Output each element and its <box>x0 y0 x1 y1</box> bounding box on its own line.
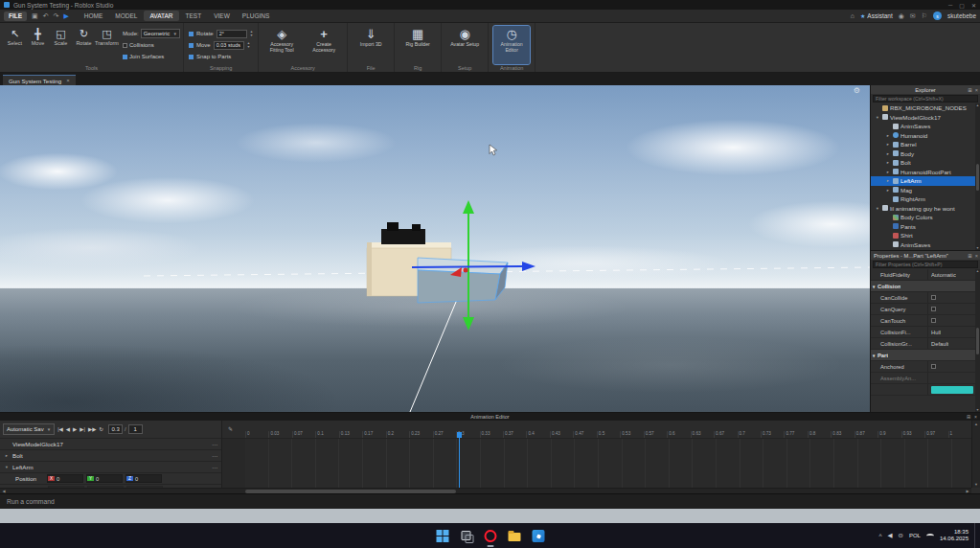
track-row-rig[interactable]: ViewModelGlock17 ⋯ <box>0 439 221 450</box>
menu-tab[interactable]: HOME <box>79 11 109 21</box>
redo-icon[interactable]: ↷ <box>54 12 59 19</box>
menu-tab[interactable]: VIEW <box>208 11 236 21</box>
keyframe-area[interactable] <box>245 439 971 488</box>
explorer-tree-item[interactable]: Humanoid <box>871 131 980 141</box>
tool-button[interactable]: Transform <box>97 26 117 46</box>
close-icon[interactable]: × <box>975 87 978 93</box>
tool-button[interactable]: Move <box>28 26 48 46</box>
position-y-input[interactable]: Y 0 <box>86 474 123 483</box>
properties-filter-input[interactable]: Filter Properties (Ctrl+Shift+P) <box>873 261 978 268</box>
create-accessory-button[interactable]: Create Accessory <box>306 26 342 64</box>
maximize-button[interactable]: ▢ <box>959 2 965 9</box>
loop-button[interactable]: ↻ <box>99 426 103 432</box>
close-button[interactable]: ✕ <box>971 2 976 9</box>
scroll-down-icon[interactable]: ▼ <box>976 246 979 250</box>
close-icon[interactable]: × <box>975 253 978 259</box>
mode-dropdown[interactable]: Geometric▼ <box>141 29 180 38</box>
tool-button[interactable]: Select <box>5 26 25 46</box>
time-current-input[interactable]: 0.3 <box>108 424 123 434</box>
property-row[interactable]: AssemblyAn... <box>871 373 980 384</box>
explorer-tree-item[interactable]: HumanoidRootPart <box>871 168 980 177</box>
timeline-playhead[interactable] <box>459 432 460 488</box>
explorer-tree-item[interactable]: RightArm <box>871 194 980 204</box>
menu-tab[interactable]: AVATAR <box>144 11 178 21</box>
property-row[interactable]: CanTouch <box>871 315 980 327</box>
menu-tab[interactable]: TEST <box>180 11 208 21</box>
scroll-down-icon[interactable]: ▼ <box>974 482 978 487</box>
move-snap-input[interactable]: 0.03 studs <box>214 41 244 50</box>
home-icon[interactable]: ⌂ <box>851 12 855 19</box>
expand-arrow-icon[interactable] <box>885 151 891 156</box>
file-menu-button[interactable]: FILE <box>4 11 27 21</box>
skip-to-end-button[interactable]: ▶▶ <box>88 426 96 432</box>
explorer-tree-item[interactable]: LeftArm <box>871 176 980 186</box>
hidden-icons-chevron-icon[interactable]: ^ <box>878 533 881 539</box>
property-row[interactable]: FluidFidelity Automatic <box>871 269 980 281</box>
rotate-snap-stepper[interactable]: ▲▼ <box>250 30 253 37</box>
expand-arrow-icon[interactable] <box>885 170 891 174</box>
expand-arrow-icon[interactable] <box>885 133 891 138</box>
expand-arrow-icon[interactable] <box>875 206 880 211</box>
tool-button[interactable]: Rotate <box>74 26 94 46</box>
task-view-button[interactable] <box>459 529 473 543</box>
edit-pencil-icon[interactable]: ✎ <box>228 425 233 432</box>
explorer-tree-item[interactable]: Barrel <box>871 140 980 149</box>
track-row-leftarm[interactable]: LeftArm ⋯ <box>0 462 221 473</box>
explorer-tree-item[interactable]: Mag <box>871 186 980 195</box>
color-swatch[interactable] <box>931 386 973 394</box>
explorer-tree-item[interactable]: lil animating guy he wont <box>871 204 980 214</box>
snap-to-parts-checkbox[interactable] <box>189 55 194 59</box>
timeline-ruler[interactable]: 00.030.070.10.130.170.20.230.270.30.330.… <box>222 421 971 439</box>
join-surfaces-checkbox[interactable] <box>123 55 127 59</box>
track-row-position[interactable]: Position X 0 Y 0 Z 0 <box>0 473 221 485</box>
save-dropdown[interactable]: Automatic Sav ▼ <box>3 423 55 435</box>
expand-arrow-icon[interactable] <box>875 115 880 120</box>
position-x-input[interactable]: X 0 <box>47 474 83 483</box>
rig-builder-button[interactable]: Rig Builder <box>399 26 436 64</box>
menu-tab[interactable]: MODEL <box>109 11 143 21</box>
roblox-studio-button[interactable] <box>531 529 545 543</box>
scrollbar-thumb[interactable] <box>245 490 456 493</box>
explorer-scrollbar[interactable]: ▲ ▼ <box>975 103 980 250</box>
save-icon[interactable]: ▣ <box>32 12 38 19</box>
expand-arrow-icon[interactable] <box>4 453 10 458</box>
property-checkbox[interactable] <box>931 318 936 323</box>
close-icon[interactable]: × <box>974 414 977 420</box>
popout-icon[interactable]: ⊞ <box>968 253 972 259</box>
explorer-tree-item[interactable]: RBX_MICROBONE_NODES <box>871 103 980 113</box>
scrollbar-thumb[interactable] <box>976 328 979 354</box>
menu-tab[interactable]: PLUGINS <box>237 11 276 21</box>
property-row[interactable]: CollisionGr... Default <box>871 338 980 350</box>
popout-icon[interactable]: ⊞ <box>968 87 972 93</box>
start-button[interactable] <box>435 529 449 543</box>
scroll-up-icon[interactable]: ▲ <box>974 422 978 426</box>
expand-arrow-icon[interactable] <box>885 178 891 183</box>
clock[interactable]: 18:35 14.06.2025 <box>940 529 969 543</box>
properties-scrollbar[interactable]: ▲ ▼ <box>975 269 980 412</box>
property-row[interactable]: Collision <box>871 281 980 292</box>
property-checkbox[interactable] <box>931 295 936 300</box>
command-bar-input[interactable]: Run a command <box>0 493 980 509</box>
opera-browser-button[interactable] <box>483 529 497 543</box>
explorer-tree-item[interactable]: AnimSaves <box>871 122 980 131</box>
scrollbar-thumb[interactable] <box>976 164 979 191</box>
play-icon[interactable]: ▶ <box>63 12 68 19</box>
scroll-up-icon[interactable]: ▲ <box>976 103 979 107</box>
tab-close-icon[interactable]: × <box>66 78 70 83</box>
show-desktop-button[interactable] <box>974 523 977 548</box>
3d-viewport[interactable]: ⚙ <box>0 85 870 412</box>
play-button[interactable]: ▶ <box>73 426 77 432</box>
import-3d-button[interactable]: Import 3D <box>353 26 389 64</box>
time-total-input[interactable]: 1 <box>128 424 143 434</box>
property-row[interactable] <box>871 384 980 396</box>
expand-arrow-icon[interactable] <box>885 142 891 147</box>
user-avatar[interactable]: s <box>933 11 942 20</box>
explorer-tree-item[interactable]: ViewModelGlock17 <box>871 113 980 123</box>
property-row[interactable]: Part <box>871 350 980 361</box>
explorer-tree-item[interactable]: AnimSaves <box>871 240 980 250</box>
skip-to-start-button[interactable]: |◀ <box>57 426 63 432</box>
popout-icon[interactable]: ⊞ <box>967 414 970 420</box>
move-snap-stepper[interactable]: ▲▼ <box>247 41 250 49</box>
move-snap-checkbox[interactable] <box>189 43 194 48</box>
rotate-snap-input[interactable]: 2° <box>217 30 247 38</box>
